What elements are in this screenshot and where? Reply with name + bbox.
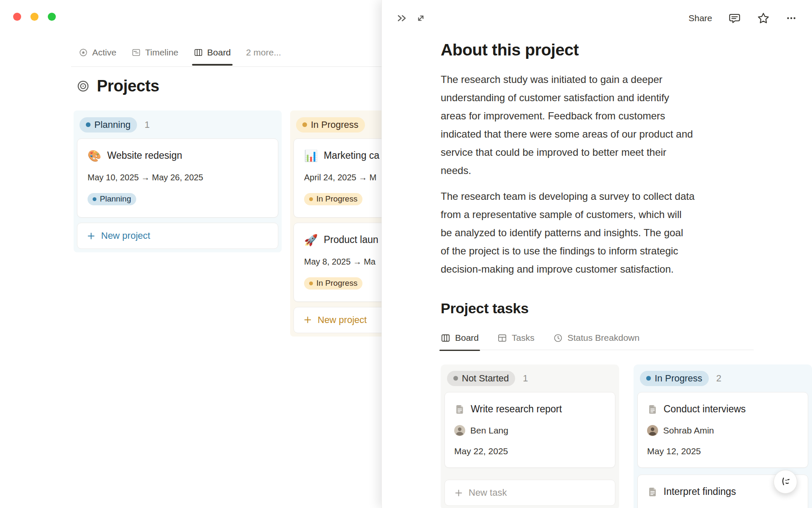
status-dot [309,282,313,285]
status-dot [309,197,313,201]
view-tab-board[interactable]: Board [194,47,231,58]
tasks-tab-status-breakdown[interactable]: Status Breakdown [553,333,639,343]
timeline-view-icon [132,48,141,57]
zoom-window-button[interactable] [48,13,56,21]
assignee-name: Ben Lang [470,425,508,436]
view-tab-active[interactable]: Active [79,47,116,58]
tasks-tab-tasks[interactable]: Tasks [497,333,535,343]
about-paragraph-1: The research study was initiated to gain… [441,70,812,179]
column-count: 1 [145,119,150,130]
palette-emoji-icon: 🎨 [88,150,101,161]
status-badge-planning[interactable]: Planning [80,117,137,133]
ai-face-icon [779,476,791,488]
plus-icon [87,232,96,240]
assignee-avatar [647,425,658,436]
tasks-board: Not Started 1 [441,364,812,508]
tasks-section-title: Project tasks [441,300,812,317]
minimize-window-button[interactable] [30,13,38,21]
board-column-not-started: Not Started 1 [441,364,619,508]
status-dot [93,197,96,201]
card-date-range: May 10, 2025 → May 26, 2025 [88,173,268,182]
more-options-icon[interactable] [786,13,797,24]
share-button[interactable]: Share [689,13,712,23]
card-title: Website redesign [107,150,182,161]
status-dot [86,122,91,127]
assignee-avatar [454,425,465,436]
clock-icon [553,333,563,343]
view-tab-more[interactable]: 2 more... [246,47,281,58]
table-view-icon [497,333,507,343]
task-title: Write research report [471,403,562,415]
page-doc-icon [647,486,658,497]
card-status-badge: In Progress [304,193,362,205]
status-badge-in-progress[interactable]: In Progress [640,371,709,386]
new-task-button[interactable]: New task [444,480,615,506]
page-doc-icon [454,404,465,415]
notion-window: Active Timeline Board 2 more... [0,0,812,508]
view-tab-label: Board [207,47,231,58]
page-title-text: Projects [97,77,159,95]
column-header: Planning 1 [77,114,278,138]
view-tab-timeline[interactable]: Timeline [132,47,178,58]
task-title: Interpret findings [664,486,736,497]
close-peek-button[interactable] [395,12,408,25]
card-title: Marketing ca [324,150,379,161]
project-card-website-redesign[interactable]: 🎨 Website redesign May 10, 2025 → May 26… [77,138,278,218]
peek-toolbar: Share [382,0,812,28]
notion-ai-button[interactable] [774,470,797,494]
view-tab-label: 2 more... [246,47,281,58]
status-dot [302,122,307,127]
expand-page-button[interactable] [415,12,427,24]
card-title: Product laun [324,234,378,246]
card-status-badge: In Progress [304,277,362,290]
column-count: 1 [523,373,528,384]
board-column-planning: Planning 1 🎨 Website redesign May 10, 20… [74,110,282,252]
view-tab-label: Active [92,47,116,58]
plus-icon [454,489,463,497]
status-dot [646,376,651,381]
bar-chart-emoji-icon: 📊 [304,150,318,161]
new-project-button[interactable]: New project [77,223,278,249]
close-window-button[interactable] [13,13,21,21]
column-header: In Progress 2 [637,368,808,392]
task-date: May 12, 2025 [647,446,798,456]
favorite-star-icon[interactable] [757,12,770,25]
column-count: 2 [716,373,721,384]
peek-page-title: About this project [441,41,812,59]
rocket-emoji-icon: 🚀 [304,235,318,246]
page-title: Projects [77,77,159,95]
column-header: Not Started 1 [444,368,615,392]
board-view-icon [194,48,203,57]
task-date: May 22, 2025 [454,446,606,456]
side-peek-panel: Share [381,0,812,508]
page-doc-icon [647,404,658,415]
view-tab-label: Timeline [145,47,178,58]
about-paragraph-2: The research team is developing a survey… [441,187,812,278]
assignee-name: Sohrab Amin [663,425,714,436]
target-icon [77,80,90,93]
status-badge-in-progress[interactable]: In Progress [296,117,365,133]
window-controls [13,13,56,21]
board-view-icon [441,333,450,343]
task-card-write-research-report[interactable]: Write research report [444,392,615,468]
tasks-view-tabs: Board Tasks [441,333,754,350]
card-status-badge: Planning [88,193,136,205]
status-dot [453,376,458,381]
circled-star-view-icon [79,48,88,57]
task-title: Conduct interviews [664,403,746,415]
plus-icon [303,315,312,324]
status-badge-not-started[interactable]: Not Started [447,371,515,386]
task-card-conduct-interviews[interactable]: Conduct interviews [637,392,808,468]
tasks-tab-board[interactable]: Board [441,333,479,343]
comment-icon[interactable] [728,12,741,25]
database-view-tabs: Active Timeline Board 2 more... [79,47,281,58]
